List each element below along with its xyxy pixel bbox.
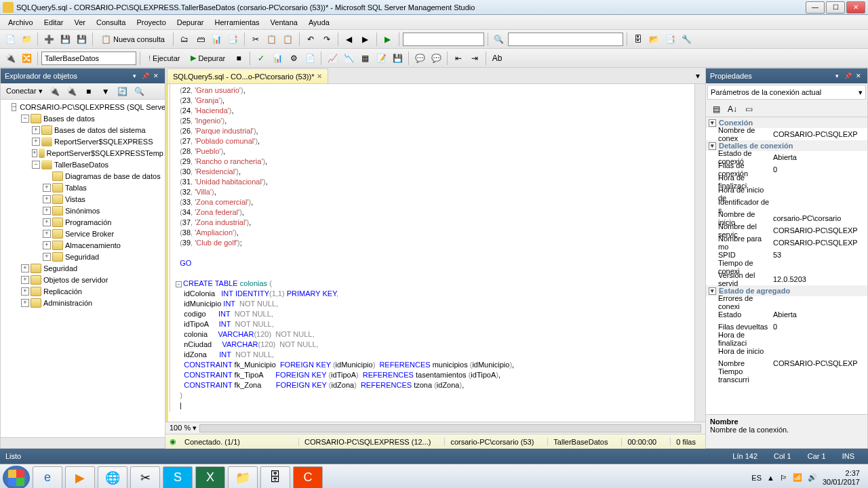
tree-tables[interactable]: +Tablas (2, 182, 163, 193)
connect-icon[interactable]: 🔌 (47, 84, 62, 99)
results-file-icon[interactable]: 💾 (390, 51, 405, 66)
tab-close-icon[interactable]: ✕ (317, 73, 322, 80)
include-stats-icon[interactable]: 📉 (341, 51, 356, 66)
copy-icon[interactable]: 📋 (264, 32, 279, 47)
tray-network-icon[interactable]: 📶 (793, 473, 802, 482)
redo-icon[interactable]: ↷ (319, 32, 334, 47)
menu-herramientas[interactable]: Herramientas (210, 17, 265, 28)
connect-icon[interactable]: 🔌 (3, 51, 18, 66)
cancel-icon[interactable]: ■ (231, 51, 246, 66)
editor-hscroll[interactable] (199, 424, 701, 432)
sql-editor[interactable]: (22, 'Gran usuario'), (23, 'Granja'), (2… (165, 84, 694, 422)
specify-values-icon[interactable]: Ab (490, 51, 505, 66)
tray-volume-icon[interactable]: 🔊 (808, 473, 817, 482)
tree-replication[interactable]: +Replicación (2, 285, 163, 297)
tree-diagrams[interactable]: Diagramas de base de datos (2, 170, 163, 182)
db-engine-icon[interactable]: 🗂 (177, 32, 192, 47)
tree-storage[interactable]: +Almacenamiento (2, 239, 163, 251)
change-connection-icon[interactable]: 🔀 (19, 51, 34, 66)
tree-rs2[interactable]: +ReportServer$SQLEXPRESSTemp (2, 147, 163, 159)
panel-dropdown-icon[interactable]: ▾ (832, 71, 842, 81)
alphabetical-icon[interactable]: A↓ (725, 102, 740, 117)
taskbar-excel[interactable]: X (195, 466, 225, 489)
nav-fwd-icon[interactable]: ▶ (358, 32, 373, 47)
taskbar-wmp[interactable]: ▶ (65, 466, 95, 489)
db-icon[interactable]: 📑 (226, 32, 241, 47)
categorized-icon[interactable]: ▤ (709, 102, 724, 117)
tree-programming[interactable]: +Programación (2, 216, 163, 228)
menu-ventana[interactable]: Ventana (265, 17, 303, 28)
disconnect-icon[interactable]: 🔌 (64, 84, 79, 99)
new-project-icon[interactable]: 📄 (3, 32, 18, 47)
object-explorer-icon[interactable]: 📂 (647, 32, 662, 47)
search-icon[interactable]: 🔍 (132, 84, 147, 99)
add-icon[interactable]: ➕ (41, 32, 56, 47)
panel-pin-icon[interactable]: 📌 (843, 71, 852, 81)
comment-icon[interactable]: 💬 (412, 51, 427, 66)
tree-rs1[interactable]: +ReportServer$SQLEXPRESS (2, 136, 163, 147)
decrease-indent-icon[interactable]: ⇤ (451, 51, 466, 66)
db-icon[interactable]: 📊 (210, 32, 224, 47)
menu-ver[interactable]: Ver (68, 17, 91, 28)
zoom-combo[interactable]: 100 % ▾ (170, 424, 197, 432)
refresh-icon[interactable]: 🔄 (115, 84, 130, 99)
query-options-icon[interactable]: ⚙ (286, 51, 301, 66)
results-text-icon[interactable]: 📝 (374, 51, 389, 66)
tray-up-icon[interactable]: ▲ (767, 474, 774, 482)
tree-servicebroker[interactable]: +Service Broker (2, 228, 163, 239)
intellisense-icon[interactable]: 📄 (302, 51, 317, 66)
filter-icon[interactable]: ▼ (98, 84, 113, 99)
menu-proyecto[interactable]: Proyecto (131, 17, 171, 28)
tree-admin[interactable]: +Administración (2, 297, 163, 308)
find-icon[interactable]: 🔍 (492, 32, 507, 47)
tree-taller[interactable]: −TallerBaseDatos (2, 159, 163, 170)
menu-editar[interactable]: Editar (39, 17, 69, 28)
minimize-button[interactable]: — (806, 1, 825, 14)
taskbar-explorer[interactable]: 📁 (228, 466, 258, 489)
tree-sysdb[interactable]: +Bases de datos del sistema (2, 124, 163, 136)
panel-dropdown-icon[interactable]: ▾ (130, 71, 139, 81)
play-icon[interactable]: ▶ (380, 32, 395, 47)
taskbar-ie[interactable]: e (33, 466, 62, 489)
tab-dropdown-icon[interactable]: ▾ (690, 68, 705, 83)
taskbar-camtasia[interactable]: C (293, 466, 323, 489)
database-combo[interactable]: TallerBaseDatos (41, 52, 136, 65)
tree-server[interactable]: −CORSARIO-PC\SQLEXPRESS (SQL Server (2, 101, 163, 113)
new-query-button[interactable]: 📋 Nueva consulta (96, 32, 170, 47)
menu-archivo[interactable]: Archivo (3, 17, 39, 28)
tree-serverobj[interactable]: +Objetos de servidor (2, 274, 163, 285)
tab-sqlquery5[interactable]: SQLQuery5.sql - CO...o-PC\corsario (53))… (167, 68, 328, 83)
save-icon[interactable]: 💾 (58, 32, 73, 47)
object-tree[interactable]: −CORSARIO-PC\SQLEXPRESS (SQL Server −Bas… (1, 100, 165, 437)
open-icon[interactable]: 📁 (19, 32, 34, 47)
maximize-button[interactable]: ☐ (826, 1, 845, 14)
nav-back-icon[interactable]: ◀ (342, 32, 357, 47)
execute-button[interactable]: ! Ejecutar (144, 51, 184, 66)
props-pages-icon[interactable]: ▭ (741, 102, 756, 117)
taskbar-skype[interactable]: S (163, 466, 193, 489)
save-all-icon[interactable]: 💾 (74, 32, 89, 47)
panel-close-icon[interactable]: ✕ (151, 71, 161, 81)
tray-time[interactable]: 2:37 (823, 469, 860, 477)
taskbar-chrome[interactable]: 🌐 (98, 466, 127, 489)
cut-icon[interactable]: ✂ (248, 32, 263, 47)
search-combo[interactable] (508, 33, 623, 46)
properties-object-combo[interactable]: Parámetros de la conexión actual▾ (707, 85, 866, 100)
tray-date[interactable]: 30/01/2017 (823, 478, 860, 486)
panel-close-icon[interactable]: ✕ (854, 71, 863, 81)
parse-icon[interactable]: ✓ (254, 51, 269, 66)
debug-button[interactable]: ▶ Depurar (186, 51, 230, 66)
db-icon[interactable]: 🗃 (193, 32, 208, 47)
connect-dropdown[interactable]: Conectar ▾ (3, 87, 45, 96)
tree-views[interactable]: +Vistas (2, 193, 163, 205)
tray-lang[interactable]: ES (751, 474, 762, 482)
menu-ayuda[interactable]: Ayuda (303, 17, 335, 28)
menu-consulta[interactable]: Consulta (91, 17, 131, 28)
editor-vscroll[interactable] (694, 84, 705, 422)
paste-icon[interactable]: 📋 (281, 32, 296, 47)
tree-databases[interactable]: −Bases de datos (2, 113, 163, 124)
tree-security[interactable]: +Seguridad (2, 262, 163, 274)
tree-hscroll[interactable] (1, 437, 165, 448)
taskbar-snip[interactable]: ✂ (130, 466, 160, 489)
uncomment-icon[interactable]: 💬 (429, 51, 443, 66)
